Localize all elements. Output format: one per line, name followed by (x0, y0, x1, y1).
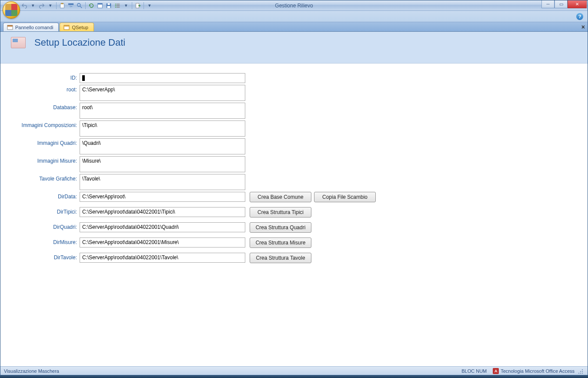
crea-struttura-tipici-button[interactable]: Crea Struttura Tipici (250, 207, 311, 217)
form-body: ID: root: C:\ServerApp\ Database: root\ … (0, 64, 588, 366)
help-icon[interactable]: ? (576, 13, 583, 20)
svg-rect-12 (115, 5, 117, 6)
label-root: root: (0, 85, 80, 93)
svg-rect-7 (98, 3, 103, 4)
undo-icon[interactable] (20, 2, 28, 10)
titlebar: ▾ ▾ Y= ▾ ▾ Gestione Rilievo ─ ▭ ✕ (0, 0, 588, 11)
immagini-quadri-field[interactable]: \Quadri\ (80, 138, 245, 154)
app-window: ▾ ▾ Y= ▾ ▾ Gestione Rilievo ─ ▭ ✕ ? (0, 0, 588, 375)
svg-rect-14 (117, 3, 120, 4)
form-icon (7, 24, 13, 30)
svg-line-5 (80, 6, 82, 7)
svg-rect-2 (68, 3, 74, 5)
tavole-grafiche-field[interactable]: \Tavole\ (80, 174, 245, 190)
dirdata-field[interactable]: C:\ServerApp\root\ (80, 192, 245, 202)
svg-rect-13 (115, 7, 117, 7)
svg-text:Y=: Y= (70, 5, 73, 8)
form-icon[interactable] (96, 2, 104, 10)
separator (132, 2, 132, 9)
status-view-mode: Visualizzazione Maschera (4, 368, 59, 374)
svg-rect-19 (7, 25, 13, 27)
text-cursor (82, 75, 85, 81)
document-tabstrip: Pannello comandi QSetup × (0, 22, 588, 32)
immagini-misure-field[interactable]: \Misure\ (80, 156, 245, 172)
svg-rect-16 (117, 7, 120, 7)
tab-label: Pannello comandi (15, 25, 53, 30)
label-dirquadri: DirQuadri: (0, 222, 80, 231)
quick-access-toolbar: ▾ ▾ Y= ▾ ▾ (20, 0, 154, 10)
immagini-composizioni-field[interactable]: \Tipici\ (80, 120, 245, 137)
form-header-icon (11, 37, 26, 48)
status-technology-label: Tecnologia Microsoft Office Access (501, 368, 575, 374)
label-immagini-misure: Immagini Misure: (0, 156, 80, 164)
label-id: ID: (0, 73, 80, 81)
statusbar: Visualizzazione Maschera BLOC NUM A Tecn… (0, 366, 588, 375)
redo-icon[interactable] (38, 2, 46, 10)
dropdown-icon[interactable]: ▾ (122, 2, 130, 10)
status-bloc-num: BLOC NUM (461, 368, 487, 374)
svg-rect-15 (117, 5, 120, 6)
dirmisure-field[interactable]: C:\ServerApp\root\data\04022001\Misure\ (80, 238, 245, 248)
crea-struttura-misure-button[interactable]: Crea Struttura Misure (250, 238, 311, 248)
list-icon[interactable] (114, 2, 121, 10)
label-dirtavole: DirTavole: (0, 253, 80, 261)
svg-rect-1 (61, 3, 63, 4)
svg-rect-21 (64, 25, 69, 27)
tab-pannello-comandi[interactable]: Pannello comandi (3, 23, 59, 31)
maximize-button[interactable]: ▭ (555, 0, 568, 8)
close-tab-icon[interactable]: × (581, 23, 585, 30)
status-technology: A Tecnologia Microsoft Office Access (493, 368, 575, 374)
access-icon: A (493, 368, 499, 374)
form-icon (63, 24, 70, 30)
svg-rect-9 (107, 3, 110, 5)
office-button[interactable] (3, 1, 20, 19)
label-database: Database: (0, 103, 80, 111)
dropdown-icon[interactable]: ▾ (29, 2, 37, 10)
crea-base-comune-button[interactable]: Crea Base Comune (250, 192, 311, 202)
export-icon[interactable] (134, 2, 142, 10)
customize-qat-icon[interactable]: ▾ (146, 2, 154, 10)
office-logo-icon (5, 4, 17, 16)
database-field[interactable]: root\ (80, 103, 245, 119)
tab-qsetup[interactable]: QSetup (60, 23, 94, 31)
svg-rect-0 (60, 3, 64, 8)
minimize-button[interactable]: ─ (541, 0, 555, 8)
filter-toggle-icon[interactable]: Y= (67, 2, 75, 10)
taskbar (0, 375, 588, 378)
close-button[interactable]: ✕ (568, 0, 587, 8)
save-icon[interactable] (105, 2, 113, 10)
find-icon[interactable] (76, 2, 84, 10)
refresh-icon[interactable] (87, 2, 95, 10)
ribbon-area: ? (0, 11, 588, 22)
window-title: Gestione Rilievo (275, 3, 313, 9)
label-immagini-quadri: Immagini Quadri: (0, 138, 80, 147)
svg-rect-11 (115, 3, 117, 4)
resize-grip-icon[interactable] (578, 368, 584, 374)
svg-rect-10 (107, 6, 110, 7)
dropdown-icon[interactable]: ▾ (47, 2, 54, 10)
id-field[interactable] (80, 73, 245, 83)
form-header: Setup Locazione Dati (0, 32, 588, 64)
tab-label: QSetup (72, 25, 88, 30)
label-tavole-grafiche: Tavole Grafiche: (0, 174, 80, 182)
dirtipici-field[interactable]: C:\ServerApp\root\data\04022001\Tipici\ (80, 207, 245, 217)
label-dirdata: DirData: (0, 192, 80, 200)
label-immagini-composizioni: Immagini Composizioni: (0, 120, 80, 129)
separator (85, 2, 86, 9)
page-title: Setup Locazione Dati (34, 37, 125, 48)
root-field[interactable]: C:\ServerApp\ (80, 85, 245, 101)
separator (144, 2, 144, 9)
separator (56, 2, 57, 9)
paste-icon[interactable] (58, 2, 66, 10)
dirtavole-field[interactable]: C:\ServerApp\root\data\04022001\Tavole\ (80, 253, 245, 263)
crea-struttura-tavole-button[interactable]: Crea Struttura Tavole (250, 253, 311, 263)
svg-point-4 (77, 3, 80, 6)
copia-file-scambio-button[interactable]: Copia File Scambio (314, 192, 376, 202)
label-dirmisure: DirMisure: (0, 238, 80, 246)
label-dirtipici: DirTipici: (0, 207, 80, 215)
window-controls: ─ ▭ ✕ (541, 0, 587, 8)
crea-struttura-quadri-button[interactable]: Crea Struttura Quadri (250, 222, 311, 233)
dirquadri-field[interactable]: C:\ServerApp\root\data\04022001\Quadri\ (80, 222, 245, 232)
